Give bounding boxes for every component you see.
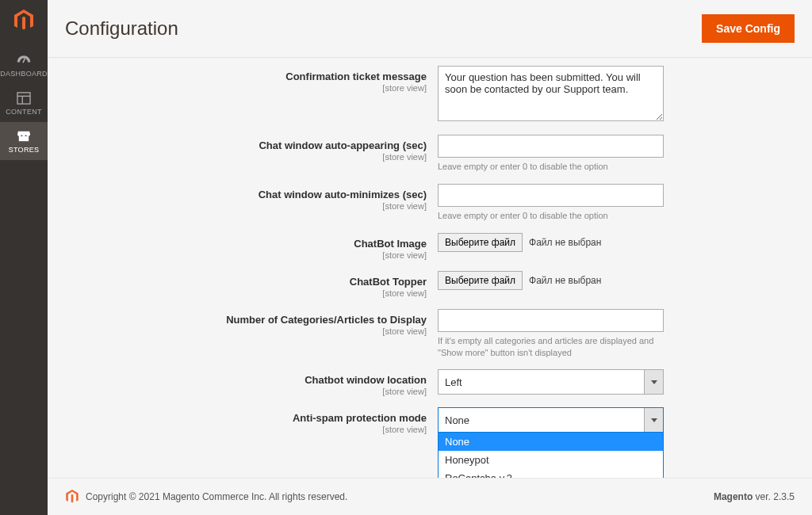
auto-minimizes-input[interactable] xyxy=(438,184,664,207)
version-text: Magento ver. 2.3.5 xyxy=(714,491,795,502)
scope-label: [store view] xyxy=(65,326,427,336)
main-panel: Configuration Save Config Confirmation t… xyxy=(48,0,812,515)
window-location-select[interactable]: Left xyxy=(438,369,664,395)
sidebar-item-dashboard[interactable]: DASHBOARD xyxy=(0,46,48,84)
field-label: ChatBot Topper xyxy=(350,276,427,288)
page-header: Configuration Save Config xyxy=(48,0,812,58)
sidebar-item-label: CONTENT xyxy=(0,108,48,116)
auto-appearing-input[interactable] xyxy=(438,135,664,158)
sidebar-item-content[interactable]: CONTENT xyxy=(0,84,48,122)
scope-label: [store view] xyxy=(65,288,427,298)
content-icon xyxy=(17,92,31,105)
page-footer: Copyright © 2021 Magento Commerce Inc. A… xyxy=(48,478,812,515)
scope-label: [store view] xyxy=(65,152,427,162)
sidebar-item-stores[interactable]: STORES xyxy=(0,122,48,160)
antispam-option-none[interactable]: None xyxy=(439,433,663,451)
field-hint: Leave empty or enter 0 to disable the op… xyxy=(438,161,668,173)
svg-rect-0 xyxy=(22,58,25,63)
field-hint: Leave empty or enter 0 to disable the op… xyxy=(438,210,668,222)
antispam-select[interactable]: None xyxy=(438,407,664,433)
magento-logo-small xyxy=(65,490,79,504)
scope-label: [store view] xyxy=(65,387,427,396)
dashboard-icon xyxy=(16,54,32,67)
select-value: None xyxy=(439,414,644,426)
field-chatbot-topper: ChatBot Topper [store view] Выберите фай… xyxy=(48,271,812,298)
stores-icon xyxy=(17,130,31,143)
page-title: Configuration xyxy=(65,17,178,40)
chatbot-image-file-status: Файл не выбран xyxy=(529,237,601,248)
field-label: Confirmation ticket message xyxy=(285,71,427,82)
scope-label: [store view] xyxy=(65,425,427,434)
scope-label: [store view] xyxy=(65,201,427,211)
chevron-down-icon xyxy=(644,370,663,394)
chevron-down-icon xyxy=(644,408,663,432)
antispam-option-recaptcha[interactable]: ReCaptcha v.3 xyxy=(439,469,663,478)
field-antispam-mode: Anti-spam protection mode [store view] N… xyxy=(48,407,812,434)
field-label: Chat window auto-appearing (sec) xyxy=(259,139,427,151)
field-window-location: Chatbot window location [store view] Lef… xyxy=(48,369,812,396)
scope-label: [store view] xyxy=(65,83,427,93)
save-config-button[interactable]: Save Config xyxy=(702,14,795,43)
field-label: Chatbot window location xyxy=(304,374,427,386)
chatbot-topper-file-button[interactable]: Выберите файл xyxy=(438,271,523,290)
scope-label: [store view] xyxy=(65,250,427,260)
copyright-text: Copyright © 2021 Magento Commerce Inc. A… xyxy=(86,491,347,502)
field-categories-count: Number of Categories/Articles to Display… xyxy=(48,309,812,359)
field-label: Anti-spam protection mode xyxy=(293,412,427,424)
confirmation-message-textarea[interactable]: Your question has been submitted. You wi… xyxy=(438,66,664,121)
antispam-dropdown: None Honeypot ReCaptcha v.3 xyxy=(438,432,664,478)
field-label: Number of Categories/Articles to Display xyxy=(226,314,427,326)
sidebar-item-label: DASHBOARD xyxy=(0,70,48,78)
field-label: Chat window auto-minimizes (sec) xyxy=(259,189,427,200)
field-confirmation-message: Confirmation ticket message [store view]… xyxy=(48,66,812,124)
svg-rect-1 xyxy=(17,93,30,104)
magento-logo xyxy=(13,10,35,32)
config-form: Confirmation ticket message [store view]… xyxy=(48,58,812,478)
sidebar-item-label: STORES xyxy=(0,146,48,154)
chatbot-image-file-button[interactable]: Выберите файл xyxy=(438,233,523,252)
antispam-option-honeypot[interactable]: Honeypot xyxy=(439,451,663,469)
field-auto-minimizes: Chat window auto-minimizes (sec) [store … xyxy=(48,184,812,222)
categories-count-input[interactable] xyxy=(438,309,664,332)
select-value: Left xyxy=(439,376,644,388)
chatbot-topper-file-status: Файл не выбран xyxy=(529,275,601,286)
field-chatbot-image: ChatBot Image [store view] Выберите файл… xyxy=(48,233,812,260)
field-label: ChatBot Image xyxy=(354,238,427,250)
field-hint: If it's empty all categories and article… xyxy=(438,335,668,359)
svg-rect-4 xyxy=(19,136,29,141)
field-auto-appearing: Chat window auto-appearing (sec) [store … xyxy=(48,135,812,173)
admin-sidebar: DASHBOARD CONTENT STORES xyxy=(0,0,48,515)
